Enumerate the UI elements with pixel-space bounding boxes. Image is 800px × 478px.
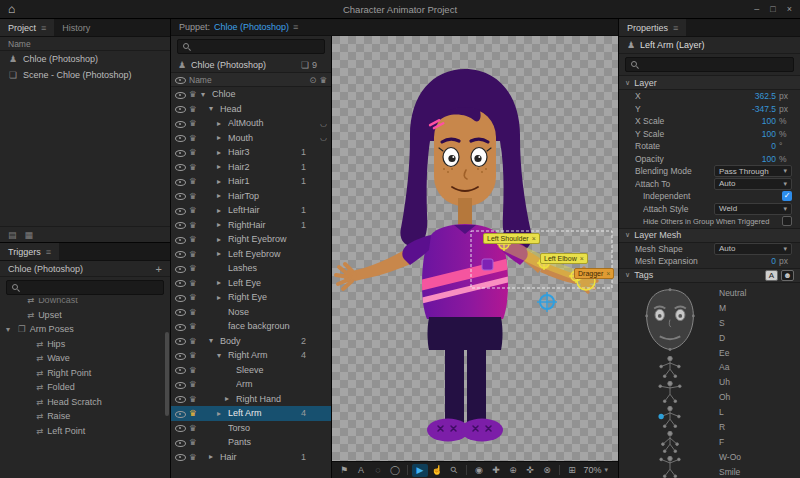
layer-tree-row[interactable]: ♛ ▸ LeftHair 1 (171, 203, 331, 218)
expander-icon[interactable]: ▾ (6, 325, 14, 334)
visibility-eye-icon[interactable] (175, 162, 186, 172)
puppet-breadcrumb[interactable]: Chloe (Photoshop) (214, 22, 289, 32)
face-tag-diagram[interactable] (638, 286, 702, 353)
visibility-eye-icon[interactable] (175, 408, 186, 418)
visibility-eye-icon[interactable] (175, 452, 186, 462)
remove-tag-icon[interactable]: × (580, 255, 584, 262)
tag-label[interactable]: L (719, 405, 796, 420)
trigger-item[interactable]: ⇄ Hips (0, 337, 170, 352)
crown-icon[interactable]: ♛ (189, 192, 198, 201)
handle-pin-tool[interactable]: ⊗ (539, 464, 555, 477)
crown-icon[interactable]: ♛ (189, 279, 198, 288)
expander-icon[interactable]: ▸ (217, 148, 225, 157)
trigger-item[interactable]: ⇄ Head Scratch (0, 395, 170, 410)
maximize-button[interactable]: □ (770, 4, 775, 14)
body-tag-figure[interactable] (650, 405, 690, 428)
expander-icon[interactable]: ▸ (217, 119, 225, 128)
independent-checkbox[interactable]: ✓ (782, 191, 792, 201)
layer-tree-row[interactable]: ♛ ▸ Mouth ◡ (171, 131, 331, 146)
tags-section-header[interactable]: ∨ Tags A ☻ (619, 268, 800, 283)
expander-icon[interactable]: ▾ (209, 104, 217, 113)
property-value[interactable]: 100 (762, 129, 776, 139)
visibility-eye-icon[interactable] (175, 104, 186, 114)
crown-icon[interactable]: ♛ (189, 424, 198, 433)
visibility-eye-icon[interactable] (175, 118, 186, 128)
visibility-eye-icon[interactable] (175, 292, 186, 302)
attach-style-dropdown[interactable]: Weld ▾ (714, 203, 792, 215)
crown-icon[interactable]: ♛ (189, 90, 198, 99)
visibility-eye-icon[interactable] (175, 321, 186, 331)
crown-icon[interactable]: ♛ (189, 453, 198, 462)
tab-triggers[interactable]: Triggers ≡ (0, 243, 59, 260)
expander-icon[interactable]: ▸ (217, 220, 225, 229)
property-value[interactable]: 362.5 (755, 91, 776, 101)
visibility-eye-icon[interactable] (175, 278, 186, 288)
panel-menu-icon[interactable]: ≡ (293, 22, 298, 32)
expander-icon[interactable]: ▸ (217, 206, 225, 215)
tag-label[interactable]: Smile (719, 464, 796, 478)
dragger-tag[interactable]: Dragger × (574, 268, 614, 279)
crown-icon[interactable]: ♛ (189, 134, 198, 143)
select-tool[interactable]: ▶ (412, 464, 428, 477)
expander-icon[interactable]: ▸ (217, 278, 225, 287)
trigger-group[interactable]: ▾ ❐ Arm Poses (0, 322, 170, 337)
tag-label[interactable]: F (719, 434, 796, 449)
tab-project[interactable]: Project ≡ (0, 19, 54, 36)
stick-pin-tool[interactable]: ◉ (471, 464, 487, 477)
panel-menu-icon[interactable]: ≡ (673, 23, 678, 33)
triggers-puppet-name[interactable]: Chloe (Photoshop) (8, 264, 83, 274)
lasso-tool[interactable]: ◌ (370, 464, 386, 477)
layer-tree-row[interactable]: ♛ ▾ Right Arm 4 (171, 348, 331, 363)
layer-tree-row[interactable]: ♛ Torso (171, 421, 331, 436)
visibility-eye-icon[interactable] (175, 263, 186, 273)
visibility-eye-icon[interactable] (175, 176, 186, 186)
tab-history[interactable]: History (54, 19, 98, 36)
layer-tree-row[interactable]: ♛ ▸ Left Eye (171, 276, 331, 291)
tag-label[interactable]: Neutral (719, 286, 796, 301)
expander-icon[interactable]: ▾ (209, 336, 217, 345)
trigger-item[interactable]: ⇄ Downcast (0, 298, 170, 308)
pin-tool[interactable]: ✚ (488, 464, 504, 477)
flag-tool[interactable]: ⚑ (336, 464, 352, 477)
crown-icon[interactable]: ♛ (189, 177, 198, 186)
crown-icon[interactable]: ♛ (189, 438, 198, 447)
layer-tree-row[interactable]: ♛ Lashes (171, 261, 331, 276)
property-value[interactable]: 100 (762, 116, 776, 126)
layer-tree-row[interactable]: ♛ face background (171, 319, 331, 334)
visibility-eye-icon[interactable] (175, 220, 186, 230)
remove-tag-icon[interactable]: × (606, 270, 610, 277)
layer-tree-row[interactable]: ♛ ▸ Hair3 1 (171, 145, 331, 160)
trigger-item[interactable]: ⇄ Left Point (0, 424, 170, 439)
layer-tree-row[interactable]: ♛ ▸ Hair 1 (171, 450, 331, 465)
layer-tree-row[interactable]: ♛ ▾ Head (171, 102, 331, 117)
expander-icon[interactable]: ▸ (209, 452, 217, 461)
expander-icon[interactable]: ▸ (217, 162, 225, 171)
crown-icon[interactable]: ♛ (189, 105, 198, 114)
property-value[interactable]: -347.5 (752, 104, 776, 114)
tag-label[interactable]: Oh (719, 390, 796, 405)
visibility-eye-icon[interactable] (175, 133, 186, 143)
visibility-eye-icon[interactable] (175, 89, 186, 99)
trigger-item[interactable]: ⇄ Raise (0, 409, 170, 424)
crown-icon[interactable]: ♛ (189, 221, 198, 230)
crown-icon[interactable]: ♛ (189, 206, 198, 215)
expander-icon[interactable]: ▾ (217, 351, 225, 360)
ellipse-tool[interactable]: ◯ (387, 464, 403, 477)
visibility-eye-icon[interactable] (175, 379, 186, 389)
layer-tree-row[interactable]: ♛ ▸ HairTop (171, 189, 331, 204)
tag-label[interactable]: D (719, 330, 796, 345)
dangle-pin-tool[interactable]: ⊕ (505, 464, 521, 477)
crown-icon[interactable]: ♛ (189, 366, 198, 375)
layer-tree-row[interactable]: ♛ ▸ Hair2 1 (171, 160, 331, 175)
zoom-tool[interactable]: ⚲ (446, 464, 462, 477)
layer-tree-row[interactable]: ♛ Pants (171, 435, 331, 450)
layer-tree-row[interactable]: ♛ Arm (171, 377, 331, 392)
visibility-eye-icon[interactable] (175, 234, 186, 244)
project-item[interactable]: ♟ Chloe (Photoshop) (0, 51, 170, 67)
tag-view-a-button[interactable]: A (765, 270, 778, 281)
attach-to-dropdown[interactable]: Auto ▾ (714, 178, 792, 190)
left-elbow-tag[interactable]: Left Elbow × (540, 253, 588, 264)
crown-icon[interactable]: ♛ (189, 409, 198, 418)
crown-icon[interactable]: ♛ (189, 380, 198, 389)
property-value[interactable]: 0 (771, 141, 776, 151)
